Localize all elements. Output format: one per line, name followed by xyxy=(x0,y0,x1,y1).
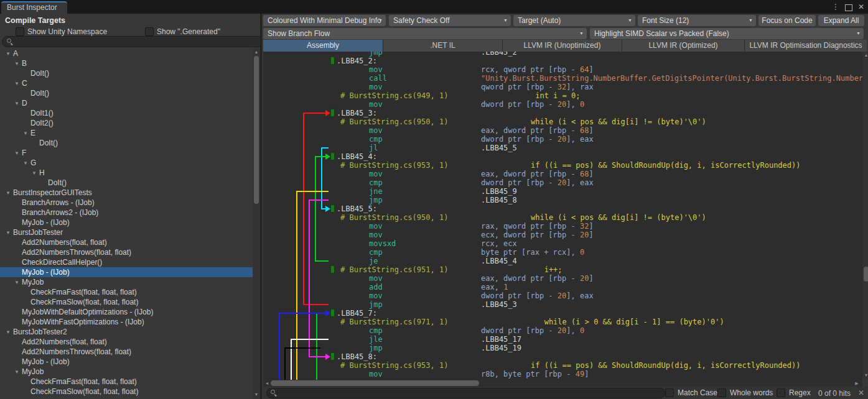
expander-triangle-icon[interactable]: ▼ xyxy=(14,99,22,109)
tree-item[interactable]: BranchArrows2 - (IJob) xyxy=(0,208,253,218)
code-line: # BurstString.cs(951, 1) i++; xyxy=(263,265,862,274)
code-line: movr8b, byte ptr [rbp - 49] xyxy=(263,370,862,378)
tree-item[interactable]: MyJob - (IJob) xyxy=(0,218,253,227)
tree-item[interactable]: ▼BurstJobTester xyxy=(0,227,253,237)
tab-assembly[interactable]: Assembly xyxy=(263,40,383,52)
expander-triangle-icon[interactable]: ▼ xyxy=(14,79,22,89)
tree-item[interactable]: MyJobWithFastOptimizations - (IJob) xyxy=(0,317,253,327)
tab--net-il[interactable]: .NET IL xyxy=(383,40,502,52)
tab-llvm-ir-optimisation-diagnostics[interactable]: LLVM IR Optimisation Diagnostics xyxy=(745,40,867,52)
checkbox-box[interactable] xyxy=(665,388,674,397)
tree-item[interactable]: ▼F xyxy=(0,148,253,158)
tree-item[interactable]: CheckDirectCallHelper() xyxy=(0,257,253,267)
toolbar-dropdown[interactable]: Show Branch Flow▼ xyxy=(263,28,587,39)
checkbox-box[interactable] xyxy=(717,388,726,397)
find-input[interactable] xyxy=(266,388,665,398)
tree-item-label: BurstJobTester2 xyxy=(13,328,67,336)
expander-triangle-icon[interactable]: ▼ xyxy=(6,328,13,337)
code-horizontal-scrollbar[interactable]: ◄ ▶ xyxy=(263,380,862,387)
code-line: cmpdword ptr [rbp - 20], eax xyxy=(263,135,862,144)
scroll-up-icon[interactable]: ▲ xyxy=(863,53,868,57)
tree-item[interactable]: DoIt() xyxy=(0,178,253,188)
scroll-down-icon[interactable]: ▼ xyxy=(253,392,259,397)
toolbar-dropdown[interactable]: Coloured With Minimal Debug Info▼ xyxy=(263,15,386,26)
expander-triangle-icon[interactable]: ▼ xyxy=(6,49,13,59)
tree-item[interactable]: ▼G xyxy=(0,158,253,168)
tree-item[interactable]: ▼MyJob xyxy=(0,277,253,287)
expander-triangle-icon[interactable]: ▼ xyxy=(32,168,39,178)
window-tab-burst-inspector[interactable]: Burst Inspector xyxy=(1,1,67,14)
tree-item[interactable]: CheckFmaSlow(float, float, float) xyxy=(0,297,253,307)
checkbox-box[interactable] xyxy=(145,27,154,36)
sidebar-scrollbar[interactable]: ▲ ▼ xyxy=(253,48,260,399)
toolbar-dropdown[interactable]: Font Size (12)▼ xyxy=(638,15,756,26)
scroll-right-icon[interactable]: ▶ xyxy=(854,381,860,386)
scroll-up-icon[interactable]: ▲ xyxy=(253,50,259,54)
tree-item[interactable]: MyJob - (IJob) xyxy=(0,357,253,367)
code-vertical-scrollbar[interactable]: ▲ ▼ xyxy=(862,52,868,380)
scroll-down-icon[interactable]: ▼ xyxy=(863,373,868,377)
expander-triangle-icon[interactable]: ▼ xyxy=(23,158,30,168)
tree-item[interactable]: Add2Numbers(float, float) xyxy=(0,337,253,347)
focus-on-code-button[interactable]: Focus on Code xyxy=(758,15,816,26)
toolbar-dropdown[interactable]: Target (Auto)▼ xyxy=(513,15,635,26)
code-line: je.LBB45_4 xyxy=(263,257,862,265)
tree-item[interactable]: CheckFmaFast(float, float, float) xyxy=(0,377,253,387)
show-generated-checkbox[interactable]: Show ".Generated" xyxy=(145,27,220,36)
tab-llvm-ir-optimized-[interactable]: LLVM IR (Optimized) xyxy=(622,40,744,52)
scrollbar-thumb[interactable] xyxy=(864,267,868,282)
scroll-left-icon[interactable]: ◄ xyxy=(264,381,270,385)
tree-item[interactable]: Add2NumbersThrows(float, float) xyxy=(0,247,253,257)
tree-item[interactable]: ▼BurstJobTester2 xyxy=(0,327,253,337)
tree-item[interactable]: DoIt() xyxy=(0,138,253,148)
tree-item[interactable]: CheckFmaFast(float, float, float) xyxy=(0,287,253,297)
expander-triangle-icon[interactable]: ▼ xyxy=(6,188,13,198)
show-unity-namespace-checkbox[interactable]: Show Unity Namespace xyxy=(16,27,107,36)
expand-all-button[interactable]: Expand All xyxy=(818,15,864,26)
target-search-input[interactable] xyxy=(2,36,264,47)
whole-words-checkbox[interactable]: Whole words xyxy=(717,388,773,397)
burst-inspector-window: Burst Inspector ⋮ ✕ Compile Targets Show… xyxy=(0,0,868,399)
match-case-checkbox[interactable]: Match Case xyxy=(665,388,717,397)
tree-item[interactable]: Add2Numbers(float, float) xyxy=(0,237,253,247)
expander-triangle-icon[interactable]: ▼ xyxy=(14,59,22,69)
tree-item[interactable]: CheckFmaSlow(float, float, float) xyxy=(0,387,253,397)
checkbox-box[interactable] xyxy=(777,388,785,397)
scrollbar-thumb[interactable] xyxy=(254,56,259,204)
expander-triangle-icon[interactable]: ▼ xyxy=(14,149,22,158)
toolbar-dropdown[interactable]: Safety Check Off▼ xyxy=(389,15,511,26)
expander-triangle-icon[interactable]: ▼ xyxy=(6,228,13,238)
maximize-icon[interactable] xyxy=(845,4,852,11)
tree-item[interactable]: DoIt2() xyxy=(0,118,253,128)
tree-item[interactable]: MyJobWithDefaultOptimizations - (IJob) xyxy=(0,307,253,317)
tree-item[interactable]: DoIt() xyxy=(0,68,253,78)
tab-llvm-ir-unoptimized-[interactable]: LLVM IR (Unoptimized) xyxy=(503,40,622,52)
tree-item[interactable]: ▼BurstInspectorGUITests xyxy=(0,188,253,198)
tree-item[interactable]: DoIt() xyxy=(0,88,253,98)
toolbar-dropdown[interactable]: Highlight SIMD Scalar vs Packed (False)▼ xyxy=(590,28,864,39)
tree-item[interactable]: Add2NumbersThrows(float, float) xyxy=(0,347,253,357)
expander-triangle-icon[interactable]: ▼ xyxy=(23,129,30,139)
tree-item[interactable]: ▼B xyxy=(0,58,253,68)
tree-item[interactable]: ▼D xyxy=(0,98,253,108)
tree-item[interactable]: MyJob - (IJob) xyxy=(0,267,253,277)
tree-item[interactable]: ▼C xyxy=(0,78,253,88)
tree-item[interactable]: DoIt1() xyxy=(0,108,253,118)
tree-item[interactable]: BranchArrows - (IJob) xyxy=(0,198,253,208)
scrollbar-thumb[interactable] xyxy=(271,380,479,386)
window-menu-icon[interactable]: ⋮ xyxy=(832,2,839,12)
close-icon[interactable]: ✕ xyxy=(858,2,864,12)
tree-item[interactable]: ▼E xyxy=(0,128,253,138)
tree-item[interactable]: ▼A xyxy=(0,48,253,58)
assembly-code-view[interactable]: jmp.LBB45_2.LBB45_2:movrcx, qword ptr [r… xyxy=(263,52,862,380)
expander-triangle-icon[interactable]: ▼ xyxy=(14,278,22,288)
tree-item[interactable]: ▼H xyxy=(0,168,253,178)
tree-item-label: DoIt() xyxy=(30,89,49,98)
find-close-icon[interactable]: ✕ xyxy=(858,388,864,397)
checkbox-box[interactable] xyxy=(16,27,24,36)
tree-item[interactable]: ▼MyJob xyxy=(0,367,253,377)
checkbox-label: Regex xyxy=(789,388,811,397)
expander-triangle-icon[interactable]: ▼ xyxy=(14,367,22,377)
regex-checkbox[interactable]: Regex xyxy=(777,388,811,397)
code-line: # BurstString.cs(949, 1) int i = 0; xyxy=(263,91,862,100)
